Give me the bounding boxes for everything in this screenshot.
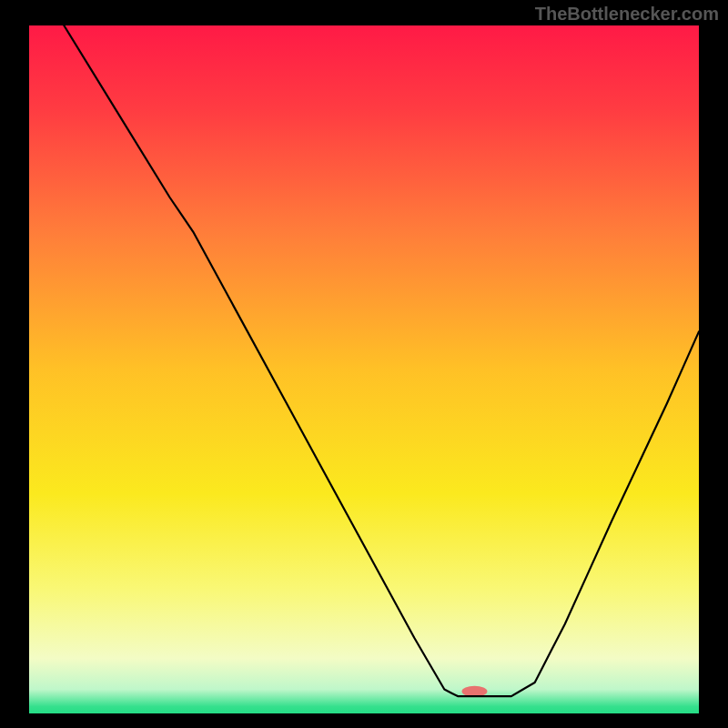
chart-container: TheBottlenecker.com — [0, 0, 728, 728]
attribution-label: TheBottlenecker.com — [535, 4, 719, 25]
plot-area — [29, 25, 699, 713]
gradient-background — [29, 25, 699, 713]
bottleneck-chart — [0, 0, 728, 728]
